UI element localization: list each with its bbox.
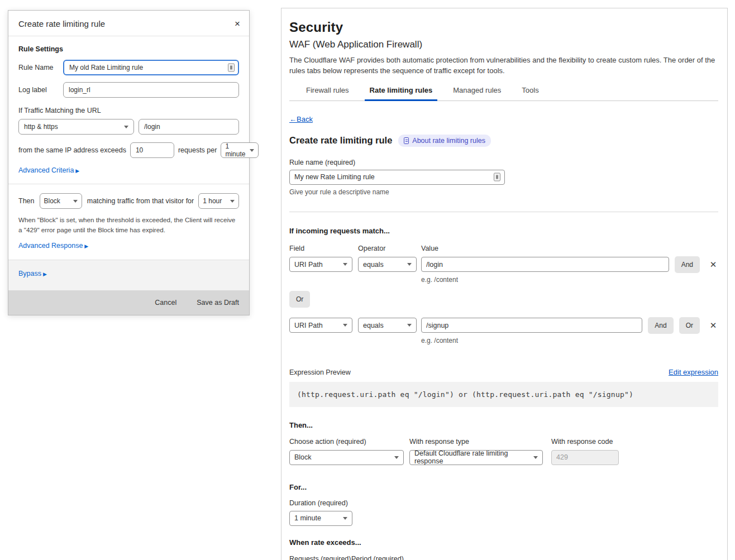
security-waf-panel: Security WAF (Web Application Firewall) … (281, 8, 728, 560)
scheme-select[interactable]: http & https (18, 119, 134, 135)
url-input[interactable] (139, 119, 239, 135)
traffic-match-heading: If Traffic Matching the URL (18, 107, 239, 114)
chevron-down-icon (230, 200, 235, 203)
action-select[interactable]: Block (289, 450, 404, 465)
tab-firewall-rules[interactable]: Firewall rules (305, 86, 350, 100)
action-select-value: Block (294, 453, 312, 461)
back-link[interactable]: ←Back (289, 115, 313, 123)
disclosure-triangle-icon: ▶ (75, 168, 79, 174)
rule-settings-heading: Rule Settings (18, 45, 239, 53)
page-subtitle: WAF (Web Application Firewall) (289, 39, 718, 50)
then-action-value: Block (44, 197, 60, 205)
response-type-value: Default Cloudflare rate limiting respons… (414, 449, 529, 465)
operator-select[interactable]: equals (358, 318, 417, 333)
bypass-section: Bypass▶ (8, 260, 249, 290)
log-label-label: Log label (18, 86, 63, 94)
password-manager-icon[interactable] (494, 173, 500, 181)
dialog-body: Rule Settings Rule Name Log label If Tra… (8, 36, 249, 260)
tab-tools[interactable]: Tools (521, 86, 540, 100)
disclosure-triangle-icon: ▶ (84, 243, 88, 249)
then-duration-select[interactable]: 1 hour (198, 193, 239, 209)
rule-name-label: Rule Name (18, 64, 63, 71)
for-heading: For... (289, 483, 718, 491)
rule-name-help: Give your rule a descriptive name (289, 188, 718, 196)
dialog-title: Create rate limiting rule (18, 19, 105, 28)
field-select[interactable]: URI Path (289, 257, 352, 272)
dialog-footer: Cancel Save as Draft (8, 290, 249, 315)
divider (8, 184, 249, 184)
match-heading: If incoming requests match... (289, 227, 718, 235)
scheme-select-value: http & https (24, 123, 58, 131)
threshold-period-value: 1 minute (225, 142, 245, 158)
about-badge-label: About rate limiting rules (412, 137, 485, 145)
page-title: Security (289, 20, 718, 35)
response-code-input (551, 450, 619, 465)
condition-row: URI Path equals And Or ✕ (289, 317, 718, 334)
cancel-button[interactable]: Cancel (155, 299, 176, 307)
duration-select-value: 1 minute (294, 514, 321, 522)
response-type-select[interactable]: Default Cloudflare rate limiting respons… (409, 450, 543, 465)
field-select-value: URI Path (294, 261, 323, 269)
chevron-down-icon (343, 263, 347, 266)
chevron-down-icon (407, 324, 412, 327)
save-as-draft-button[interactable]: Save as Draft (197, 299, 239, 307)
advanced-response-link[interactable]: Advanced Response▶ (18, 242, 88, 250)
operator-label: Operator (358, 245, 421, 252)
divider (289, 212, 718, 212)
bypass-link[interactable]: Bypass▶ (18, 270, 47, 277)
and-button[interactable]: And (648, 317, 673, 334)
chevron-down-icon (124, 126, 128, 128)
duration-select[interactable]: 1 minute (289, 511, 352, 526)
tab-rate-limiting-rules[interactable]: Rate limiting rules (369, 86, 434, 100)
chevron-down-icon (343, 517, 347, 520)
edit-expression-link[interactable]: Edit expression (669, 368, 718, 376)
back-arrow-icon: ← (289, 115, 297, 123)
threshold-prefix-text: from the same IP address exceeds (18, 146, 126, 154)
field-label: Field (289, 245, 358, 252)
close-icon[interactable]: × (235, 19, 240, 28)
field-select[interactable]: URI Path (289, 318, 352, 333)
or-button[interactable]: Or (679, 317, 700, 334)
dialog-header: Create rate limiting rule × (8, 11, 249, 36)
docs-icon (404, 137, 409, 144)
value-label: Value (421, 245, 438, 252)
operator-select[interactable]: equals (358, 257, 417, 272)
remove-condition-icon[interactable]: ✕ (708, 320, 718, 331)
password-manager-icon[interactable] (228, 64, 235, 72)
then-action-select[interactable]: Block (40, 193, 82, 209)
advanced-criteria-link[interactable]: Advanced Criteria▶ (18, 166, 79, 174)
page-description: The Cloudflare WAF provides both automat… (289, 55, 718, 76)
remove-condition-icon[interactable]: ✕ (708, 260, 718, 270)
chevron-down-icon (343, 324, 347, 327)
threshold-middle-text: requests per (178, 146, 217, 154)
then-duration-value: 1 hour (203, 197, 222, 205)
chevron-down-icon (394, 456, 399, 459)
value-input[interactable] (421, 257, 669, 272)
waf-tabs: Firewall rules Rate limiting rules Manag… (289, 86, 718, 101)
period-label: Period (required) (351, 555, 404, 560)
operator-select-value: equals (363, 261, 384, 269)
tab-managed-rules[interactable]: Managed rules (452, 86, 502, 100)
field-select-value: URI Path (294, 322, 323, 329)
threshold-requests-input[interactable] (130, 142, 174, 158)
old-rate-limit-dialog: Create rate limiting rule × Rule Setting… (8, 10, 250, 315)
rule-name-input[interactable] (289, 170, 505, 185)
expression-preview-label: Expression Preview (289, 368, 351, 376)
and-button[interactable]: And (675, 256, 700, 273)
about-rate-limiting-badge[interactable]: About rate limiting rules (398, 135, 491, 147)
threshold-period-select[interactable]: 1 minute (221, 142, 259, 158)
chevron-down-icon (407, 263, 412, 266)
block-note-text: When "Block" is set, when the threshold … (18, 215, 239, 235)
or-connector-button[interactable]: Or (289, 291, 310, 308)
chevron-down-icon (533, 456, 538, 459)
log-label-input[interactable] (63, 82, 239, 98)
value-hint: e.g. /content (421, 276, 718, 284)
rule-name-label: Rule name (required) (289, 159, 718, 166)
advanced-response-label: Advanced Response (18, 242, 83, 250)
rule-name-input[interactable] (63, 60, 239, 75)
duration-label: Duration (required) (289, 499, 718, 507)
response-code-label: With response code (551, 438, 619, 446)
value-input[interactable] (421, 318, 642, 333)
condition-row: URI Path equals And ✕ (289, 256, 718, 273)
value-hint: e.g. /content (421, 337, 718, 344)
